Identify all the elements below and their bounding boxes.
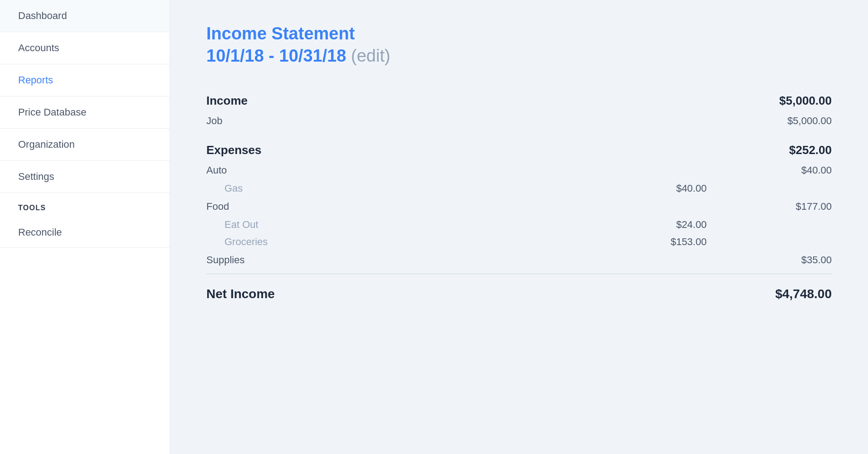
edit-link[interactable]: (edit)	[351, 46, 390, 65]
sidebar-item-accounts[interactable]: Accounts	[0, 32, 170, 64]
sidebar-item-reports[interactable]: Reports	[0, 64, 170, 97]
sidebar-item-dashboard[interactable]: Dashboard	[0, 0, 170, 32]
report-date-range: 10/1/18 - 10/31/18	[206, 46, 346, 65]
table-row: Net Income$4,748.00	[206, 274, 832, 306]
table-row: Supplies$35.00	[206, 251, 832, 270]
tools-section-header: TOOLS	[0, 193, 170, 217]
table-row: Auto$40.00	[206, 161, 832, 180]
table-row: Eat Out$24.00	[206, 216, 832, 233]
table-row: Job$5,000.00	[206, 111, 832, 130]
report-title-line1: Income Statement	[206, 24, 355, 43]
sidebar-item-settings[interactable]: Settings	[0, 161, 170, 193]
report-title: Income Statement 10/1/18 - 10/31/18 (edi…	[206, 23, 832, 68]
table-row: Gas$40.00	[206, 180, 832, 197]
table-row: Food$177.00	[206, 197, 832, 216]
table-row: Expenses$252.00	[206, 135, 832, 161]
sidebar-item-organization[interactable]: Organization	[0, 129, 170, 161]
income-statement-table: Income$5,000.00Job$5,000.00Expenses$252.…	[206, 86, 832, 306]
main-content: Income Statement 10/1/18 - 10/31/18 (edi…	[170, 0, 868, 454]
sidebar-tool-reconcile[interactable]: Reconcile	[0, 217, 170, 248]
table-row: Groceries$153.00	[206, 233, 832, 251]
sidebar-item-price-database[interactable]: Price Database	[0, 97, 170, 129]
table-row: Income$5,000.00	[206, 86, 832, 111]
sidebar: DashboardAccountsReportsPrice DatabaseOr…	[0, 0, 170, 454]
